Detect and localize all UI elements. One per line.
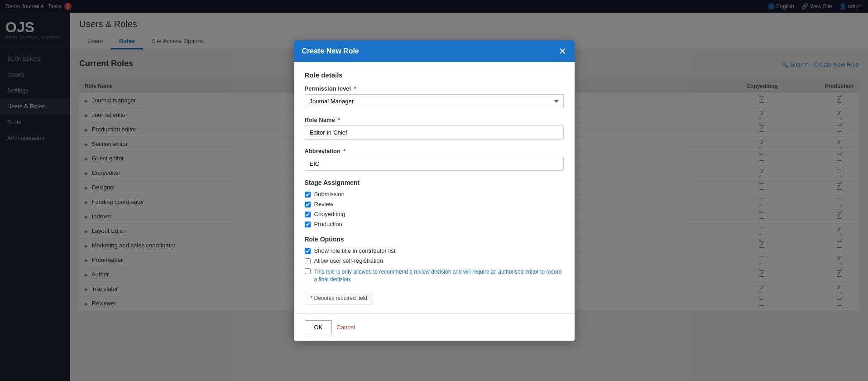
create-role-modal: Create New Role ✕ Role details Permissio… bbox=[294, 40, 575, 341]
stage-submission-row: Submission bbox=[305, 191, 564, 198]
stage-production-row: Production bbox=[305, 221, 564, 227]
modal-close-button[interactable]: ✕ bbox=[559, 47, 566, 56]
abbreviation-required-star: * bbox=[344, 148, 346, 154]
role-name-input[interactable] bbox=[305, 125, 564, 140]
option-recommend-checkbox[interactable] bbox=[305, 268, 311, 274]
option-show-title-row: Show role title in contributor list bbox=[305, 247, 564, 254]
stage-assignment-group: Stage Assignment Submission Review Copye… bbox=[305, 179, 564, 227]
modal-title: Create New Role bbox=[302, 47, 359, 55]
modal-footer: OK Cancel bbox=[294, 313, 575, 341]
permission-level-group: Permission level * Journal Manager Autho… bbox=[305, 85, 564, 108]
modal-overlay: Create New Role ✕ Role details Permissio… bbox=[0, 0, 868, 381]
stage-review-row: Review bbox=[305, 201, 564, 207]
stage-review-label: Review bbox=[314, 201, 334, 207]
option-show-title-label: Show role title in contributor list bbox=[314, 247, 396, 254]
option-recommend-row: This role is only allowed to recommend a… bbox=[305, 267, 564, 284]
stage-submission-checkbox[interactable] bbox=[305, 192, 311, 198]
stage-production-checkbox[interactable] bbox=[305, 222, 311, 227]
role-options-group: Role Options Show role title in contribu… bbox=[305, 236, 564, 284]
permission-level-select[interactable]: Journal Manager Author Reviewer Reader bbox=[305, 94, 564, 108]
form-section-title: Role details bbox=[305, 71, 564, 79]
option-self-register-row: Allow user self-registration bbox=[305, 257, 564, 264]
stage-production-label: Production bbox=[314, 221, 342, 227]
abbreviation-input[interactable] bbox=[305, 157, 564, 171]
role-name-group: Role Name * bbox=[305, 116, 564, 140]
modal-header: Create New Role ✕ bbox=[294, 40, 575, 62]
stage-copyediting-checkbox[interactable] bbox=[305, 212, 311, 217]
abbreviation-group: Abbreviation * bbox=[305, 148, 564, 171]
abbreviation-label: Abbreviation * bbox=[305, 148, 564, 154]
option-show-title-checkbox[interactable] bbox=[305, 248, 311, 254]
option-self-register-label: Allow user self-registration bbox=[314, 257, 383, 264]
role-options-title: Role Options bbox=[305, 236, 564, 243]
modal-body: Role details Permission level * Journal … bbox=[294, 62, 575, 313]
stage-review-checkbox[interactable] bbox=[305, 202, 311, 207]
stage-copyediting-label: Copyediting bbox=[314, 211, 345, 217]
role-name-label: Role Name * bbox=[305, 116, 564, 123]
cancel-button[interactable]: Cancel bbox=[336, 321, 355, 334]
stage-submission-label: Submission bbox=[314, 191, 345, 198]
stage-copyediting-row: Copyediting bbox=[305, 211, 564, 217]
permission-level-label: Permission level * bbox=[305, 85, 564, 92]
permission-required-star: * bbox=[354, 85, 356, 92]
required-note: * Denotes required field bbox=[305, 292, 373, 304]
option-recommend-label: This role is only allowed to recommend a… bbox=[314, 268, 564, 284]
ok-button[interactable]: OK bbox=[305, 320, 332, 334]
role-name-required-star: * bbox=[338, 116, 340, 123]
option-self-register-checkbox[interactable] bbox=[305, 258, 311, 264]
stage-assignment-title: Stage Assignment bbox=[305, 179, 564, 186]
